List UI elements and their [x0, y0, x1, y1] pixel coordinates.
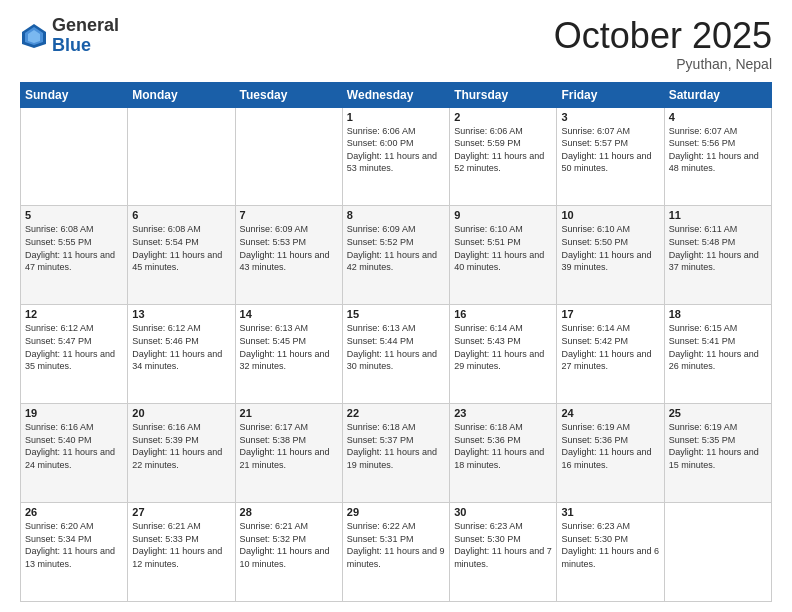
day-number: 2 — [454, 111, 552, 123]
day-number: 9 — [454, 209, 552, 221]
day-info: Sunrise: 6:13 AM Sunset: 5:45 PM Dayligh… — [240, 322, 338, 372]
day-number: 15 — [347, 308, 445, 320]
table-row: 23Sunrise: 6:18 AM Sunset: 5:36 PM Dayli… — [450, 404, 557, 503]
day-info: Sunrise: 6:21 AM Sunset: 5:33 PM Dayligh… — [132, 520, 230, 570]
day-number: 11 — [669, 209, 767, 221]
table-row: 7Sunrise: 6:09 AM Sunset: 5:53 PM Daylig… — [235, 206, 342, 305]
day-number: 5 — [25, 209, 123, 221]
day-number: 1 — [347, 111, 445, 123]
table-row: 19Sunrise: 6:16 AM Sunset: 5:40 PM Dayli… — [21, 404, 128, 503]
calendar-week-row: 1Sunrise: 6:06 AM Sunset: 6:00 PM Daylig… — [21, 107, 772, 206]
day-info: Sunrise: 6:07 AM Sunset: 5:56 PM Dayligh… — [669, 125, 767, 175]
day-number: 29 — [347, 506, 445, 518]
day-number: 24 — [561, 407, 659, 419]
day-info: Sunrise: 6:06 AM Sunset: 5:59 PM Dayligh… — [454, 125, 552, 175]
day-info: Sunrise: 6:19 AM Sunset: 5:36 PM Dayligh… — [561, 421, 659, 471]
day-info: Sunrise: 6:10 AM Sunset: 5:50 PM Dayligh… — [561, 223, 659, 273]
table-row: 13Sunrise: 6:12 AM Sunset: 5:46 PM Dayli… — [128, 305, 235, 404]
col-wednesday: Wednesday — [342, 82, 449, 107]
calendar-week-row: 19Sunrise: 6:16 AM Sunset: 5:40 PM Dayli… — [21, 404, 772, 503]
col-sunday: Sunday — [21, 82, 128, 107]
col-friday: Friday — [557, 82, 664, 107]
table-row: 15Sunrise: 6:13 AM Sunset: 5:44 PM Dayli… — [342, 305, 449, 404]
table-row: 24Sunrise: 6:19 AM Sunset: 5:36 PM Dayli… — [557, 404, 664, 503]
day-info: Sunrise: 6:11 AM Sunset: 5:48 PM Dayligh… — [669, 223, 767, 273]
day-info: Sunrise: 6:18 AM Sunset: 5:36 PM Dayligh… — [454, 421, 552, 471]
logo-general-text: General — [52, 15, 119, 35]
day-info: Sunrise: 6:23 AM Sunset: 5:30 PM Dayligh… — [561, 520, 659, 570]
day-info: Sunrise: 6:13 AM Sunset: 5:44 PM Dayligh… — [347, 322, 445, 372]
table-row: 20Sunrise: 6:16 AM Sunset: 5:39 PM Dayli… — [128, 404, 235, 503]
day-info: Sunrise: 6:23 AM Sunset: 5:30 PM Dayligh… — [454, 520, 552, 570]
table-row: 25Sunrise: 6:19 AM Sunset: 5:35 PM Dayli… — [664, 404, 771, 503]
day-info: Sunrise: 6:09 AM Sunset: 5:52 PM Dayligh… — [347, 223, 445, 273]
day-number: 23 — [454, 407, 552, 419]
day-info: Sunrise: 6:15 AM Sunset: 5:41 PM Dayligh… — [669, 322, 767, 372]
table-row: 28Sunrise: 6:21 AM Sunset: 5:32 PM Dayli… — [235, 503, 342, 602]
table-row — [21, 107, 128, 206]
table-row: 6Sunrise: 6:08 AM Sunset: 5:54 PM Daylig… — [128, 206, 235, 305]
table-row — [664, 503, 771, 602]
day-number: 14 — [240, 308, 338, 320]
table-row: 27Sunrise: 6:21 AM Sunset: 5:33 PM Dayli… — [128, 503, 235, 602]
col-monday: Monday — [128, 82, 235, 107]
day-info: Sunrise: 6:06 AM Sunset: 6:00 PM Dayligh… — [347, 125, 445, 175]
calendar-week-row: 12Sunrise: 6:12 AM Sunset: 5:47 PM Dayli… — [21, 305, 772, 404]
day-number: 4 — [669, 111, 767, 123]
day-info: Sunrise: 6:14 AM Sunset: 5:43 PM Dayligh… — [454, 322, 552, 372]
day-info: Sunrise: 6:19 AM Sunset: 5:35 PM Dayligh… — [669, 421, 767, 471]
day-info: Sunrise: 6:16 AM Sunset: 5:40 PM Dayligh… — [25, 421, 123, 471]
table-row: 8Sunrise: 6:09 AM Sunset: 5:52 PM Daylig… — [342, 206, 449, 305]
calendar-week-row: 5Sunrise: 6:08 AM Sunset: 5:55 PM Daylig… — [21, 206, 772, 305]
calendar-week-row: 26Sunrise: 6:20 AM Sunset: 5:34 PM Dayli… — [21, 503, 772, 602]
day-number: 28 — [240, 506, 338, 518]
day-number: 7 — [240, 209, 338, 221]
table-row: 31Sunrise: 6:23 AM Sunset: 5:30 PM Dayli… — [557, 503, 664, 602]
table-row: 21Sunrise: 6:17 AM Sunset: 5:38 PM Dayli… — [235, 404, 342, 503]
table-row: 12Sunrise: 6:12 AM Sunset: 5:47 PM Dayli… — [21, 305, 128, 404]
day-info: Sunrise: 6:08 AM Sunset: 5:55 PM Dayligh… — [25, 223, 123, 273]
table-row: 11Sunrise: 6:11 AM Sunset: 5:48 PM Dayli… — [664, 206, 771, 305]
day-number: 31 — [561, 506, 659, 518]
day-info: Sunrise: 6:07 AM Sunset: 5:57 PM Dayligh… — [561, 125, 659, 175]
header: General Blue October 2025 Pyuthan, Nepal — [20, 16, 772, 72]
col-saturday: Saturday — [664, 82, 771, 107]
table-row: 30Sunrise: 6:23 AM Sunset: 5:30 PM Dayli… — [450, 503, 557, 602]
day-number: 6 — [132, 209, 230, 221]
table-row: 10Sunrise: 6:10 AM Sunset: 5:50 PM Dayli… — [557, 206, 664, 305]
day-number: 12 — [25, 308, 123, 320]
table-row: 29Sunrise: 6:22 AM Sunset: 5:31 PM Dayli… — [342, 503, 449, 602]
day-number: 25 — [669, 407, 767, 419]
table-row: 1Sunrise: 6:06 AM Sunset: 6:00 PM Daylig… — [342, 107, 449, 206]
day-number: 18 — [669, 308, 767, 320]
page: General Blue October 2025 Pyuthan, Nepal… — [0, 0, 792, 612]
table-row: 26Sunrise: 6:20 AM Sunset: 5:34 PM Dayli… — [21, 503, 128, 602]
day-number: 16 — [454, 308, 552, 320]
col-thursday: Thursday — [450, 82, 557, 107]
col-tuesday: Tuesday — [235, 82, 342, 107]
day-info: Sunrise: 6:20 AM Sunset: 5:34 PM Dayligh… — [25, 520, 123, 570]
day-number: 20 — [132, 407, 230, 419]
table-row: 2Sunrise: 6:06 AM Sunset: 5:59 PM Daylig… — [450, 107, 557, 206]
table-row: 14Sunrise: 6:13 AM Sunset: 5:45 PM Dayli… — [235, 305, 342, 404]
title-block: October 2025 Pyuthan, Nepal — [554, 16, 772, 72]
day-number: 10 — [561, 209, 659, 221]
day-info: Sunrise: 6:21 AM Sunset: 5:32 PM Dayligh… — [240, 520, 338, 570]
day-number: 27 — [132, 506, 230, 518]
table-row: 4Sunrise: 6:07 AM Sunset: 5:56 PM Daylig… — [664, 107, 771, 206]
logo-icon — [20, 22, 48, 50]
table-row: 16Sunrise: 6:14 AM Sunset: 5:43 PM Dayli… — [450, 305, 557, 404]
day-number: 22 — [347, 407, 445, 419]
day-number: 21 — [240, 407, 338, 419]
table-row: 22Sunrise: 6:18 AM Sunset: 5:37 PM Dayli… — [342, 404, 449, 503]
day-info: Sunrise: 6:18 AM Sunset: 5:37 PM Dayligh… — [347, 421, 445, 471]
day-number: 19 — [25, 407, 123, 419]
day-number: 17 — [561, 308, 659, 320]
month-title: October 2025 — [554, 16, 772, 56]
calendar-header-row: Sunday Monday Tuesday Wednesday Thursday… — [21, 82, 772, 107]
day-info: Sunrise: 6:17 AM Sunset: 5:38 PM Dayligh… — [240, 421, 338, 471]
day-info: Sunrise: 6:09 AM Sunset: 5:53 PM Dayligh… — [240, 223, 338, 273]
day-info: Sunrise: 6:12 AM Sunset: 5:47 PM Dayligh… — [25, 322, 123, 372]
logo: General Blue — [20, 16, 119, 56]
day-number: 3 — [561, 111, 659, 123]
